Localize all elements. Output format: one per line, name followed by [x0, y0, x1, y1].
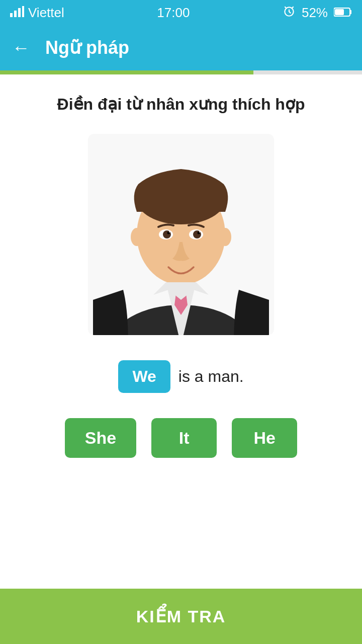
- svg-rect-1: [14, 11, 17, 17]
- header-title: Ngữ pháp: [45, 37, 129, 58]
- app-header: ← Ngữ pháp: [0, 25, 362, 70]
- time-label: 17:00: [157, 5, 190, 21]
- alarm-icon: [283, 5, 296, 21]
- progress-bar-container: [0, 70, 362, 74]
- choices-area: She It He: [65, 418, 297, 458]
- svg-rect-0: [10, 13, 13, 17]
- svg-point-21: [131, 228, 143, 246]
- carrier-label: Viettel: [28, 5, 64, 21]
- status-bar: Viettel 17:00 52%: [0, 0, 362, 25]
- main-content: Điền đại từ nhân xưng thích hợp: [0, 74, 362, 589]
- choice-it[interactable]: It: [151, 418, 217, 458]
- status-left: Viettel: [10, 5, 64, 21]
- check-button[interactable]: KIỂM TRA: [0, 589, 362, 644]
- sentence-rest: is a man.: [178, 367, 244, 386]
- svg-rect-6: [350, 10, 351, 14]
- choice-she[interactable]: She: [65, 418, 136, 458]
- choice-he[interactable]: He: [232, 418, 297, 458]
- progress-bar-fill: [0, 70, 253, 74]
- back-button[interactable]: ←: [12, 39, 30, 57]
- selected-pronoun: We: [118, 360, 170, 393]
- status-right: 52%: [283, 5, 352, 21]
- svg-rect-7: [335, 9, 344, 15]
- svg-rect-2: [18, 8, 21, 17]
- battery-label: 52%: [302, 5, 328, 21]
- svg-point-19: [169, 231, 170, 232]
- svg-point-20: [199, 231, 200, 232]
- signal-icon: [10, 5, 24, 21]
- instruction-text: Điền đại từ nhân xưng thích hợp: [57, 95, 305, 114]
- svg-point-22: [219, 228, 231, 246]
- sentence-area: We is a man.: [118, 360, 243, 393]
- svg-rect-3: [22, 6, 24, 17]
- person-image: [88, 134, 274, 335]
- battery-icon: [334, 5, 352, 21]
